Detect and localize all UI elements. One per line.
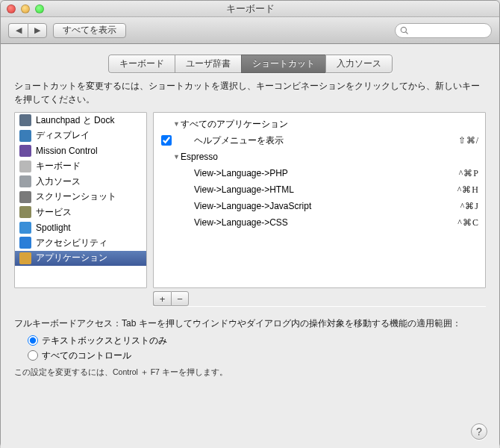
sidebar-item-label: 入力ソース: [36, 175, 81, 188]
add-remove-buttons: + −: [153, 291, 486, 306]
sidebar-item-label: アプリケーション: [36, 252, 107, 264]
full-keyboard-text: フルキーボードアクセス：Tab キーを押してウインドウやダイアログ内の操作対象を…: [14, 317, 486, 330]
shortcut-group[interactable]: ▼Espresso: [154, 149, 485, 165]
sidebar-item-label: キーボード: [36, 160, 81, 172]
add-button[interactable]: +: [153, 291, 171, 306]
instruction-text: ショートカットを変更するには、ショートカットを選択し、キーコンビネーションをクリ…: [14, 79, 486, 106]
tab-0[interactable]: キーボード: [108, 55, 175, 73]
sidebar-item-4[interactable]: 入力ソース: [15, 174, 146, 190]
tab-1[interactable]: ユーザ辞書: [175, 55, 241, 73]
group-label: Espresso: [181, 152, 479, 162]
disclosure-icon: ▼: [173, 153, 181, 161]
sidebar-item-3[interactable]: キーボード: [15, 159, 146, 175]
nav-buttons: ◀ ▶: [8, 23, 47, 38]
category-icon: [19, 130, 31, 142]
category-icon: [19, 161, 31, 172]
forward-button[interactable]: ▶: [28, 23, 47, 38]
radio-input[interactable]: [28, 350, 38, 361]
tab-strip: キーボードユーザ辞書ショートカット入力ソース: [14, 55, 486, 73]
category-icon: [19, 222, 31, 234]
sidebar-item-label: アクセシビリティ: [36, 237, 107, 249]
shortcut-keys[interactable]: ^⌘H: [457, 184, 479, 196]
category-icon: [19, 191, 31, 203]
sidebar-item-7[interactable]: Spotlight: [15, 220, 146, 236]
category-icon: [19, 114, 31, 126]
shortcut-keys[interactable]: ⇧⌘/: [458, 135, 479, 146]
tab-2[interactable]: ショートカット: [241, 55, 325, 73]
titlebar: キーボード: [1, 1, 499, 17]
tab-3[interactable]: 入力ソース: [325, 55, 393, 73]
shortcut-keys[interactable]: ^⌘J: [460, 201, 479, 212]
shortcut-label: View->Language->HTML: [173, 184, 457, 195]
category-sidebar[interactable]: Launchpad と DockディスプレイMission Controlキーボ…: [14, 112, 147, 288]
category-icon: [19, 175, 31, 187]
help-button[interactable]: ?: [471, 423, 487, 440]
category-icon: [19, 206, 31, 218]
shortcut-label: View->Language->JavaScript: [173, 201, 460, 211]
sidebar-item-label: Spotlight: [36, 223, 71, 233]
group-label: すべてのアプリケーション: [181, 118, 479, 131]
shortcut-label: View->Language->CSS: [173, 217, 457, 228]
sidebar-item-8[interactable]: アクセシビリティ: [15, 235, 146, 251]
traffic-lights: [1, 4, 44, 13]
close-icon[interactable]: [7, 4, 16, 13]
shortcut-label: View->Language->PHP: [173, 168, 459, 178]
content-area: キーボードユーザ辞書ショートカット入力ソース ショートカットを変更するには、ショ…: [1, 44, 499, 448]
search-input[interactable]: [395, 23, 492, 38]
sidebar-item-label: ディスプレイ: [36, 129, 90, 142]
category-icon: [19, 252, 31, 264]
shortcut-list[interactable]: ▼すべてのアプリケーションヘルプメニューを表示⇧⌘/▼EspressoView-…: [153, 112, 486, 288]
shortcut-row[interactable]: ヘルプメニューを表示⇧⌘/: [154, 132, 485, 149]
shortcut-checkbox[interactable]: [161, 135, 172, 146]
sidebar-item-6[interactable]: サービス: [15, 205, 146, 220]
sidebar-item-2[interactable]: Mission Control: [15, 143, 146, 159]
sidebar-item-label: サービス: [36, 206, 72, 219]
radio-option-1[interactable]: すべてのコントロール: [28, 348, 486, 363]
radio-input[interactable]: [28, 335, 38, 346]
radio-option-0[interactable]: テキストボックスとリストのみ: [28, 333, 486, 348]
window-title: キーボード: [1, 2, 499, 16]
radio-label: テキストボックスとリストのみ: [42, 335, 167, 347]
sidebar-item-label: Mission Control: [36, 146, 98, 156]
category-icon: [19, 237, 31, 249]
sidebar-item-0[interactable]: Launchpad と Dock: [15, 113, 146, 128]
toolbar: ◀ ▶ すべてを表示: [1, 17, 499, 44]
sidebar-item-label: スクリーンショット: [36, 190, 116, 203]
shortcut-row[interactable]: View->Language->HTML^⌘H: [154, 181, 485, 198]
back-button[interactable]: ◀: [8, 23, 28, 38]
shortcut-group[interactable]: ▼すべてのアプリケーション: [154, 116, 485, 132]
panes: Launchpad と DockディスプレイMission Controlキーボ…: [14, 112, 486, 288]
sidebar-item-5[interactable]: スクリーンショット: [15, 190, 146, 205]
disclosure-icon: ▼: [173, 120, 181, 128]
sidebar-item-9[interactable]: アプリケーション: [15, 251, 146, 267]
category-icon: [19, 145, 31, 157]
full-keyboard-options: テキストボックスとリストのみすべてのコントロール: [14, 333, 486, 363]
remove-button[interactable]: −: [171, 291, 189, 306]
shortcut-row[interactable]: View->Language->JavaScript^⌘J: [154, 198, 485, 214]
sidebar-item-1[interactable]: ディスプレイ: [15, 128, 146, 144]
radio-label: すべてのコントロール: [42, 349, 131, 362]
shortcut-row[interactable]: View->Language->CSS^⌘C: [154, 214, 485, 231]
shortcut-keys[interactable]: ^⌘C: [457, 217, 479, 228]
search-icon: [400, 26, 409, 35]
show-all-button[interactable]: すべてを表示: [53, 23, 126, 38]
sidebar-item-label: Launchpad と Dock: [36, 114, 114, 127]
minimize-icon[interactable]: [21, 4, 30, 13]
shortcut-row[interactable]: View->Language->PHP^⌘P: [154, 165, 485, 181]
shortcut-keys[interactable]: ^⌘P: [459, 168, 479, 179]
shortcut-label: ヘルプメニューを表示: [173, 134, 458, 147]
preferences-window: キーボード ◀ ▶ すべてを表示 キーボードユーザ辞書ショートカット入力ソース …: [0, 0, 500, 448]
zoom-icon[interactable]: [35, 4, 44, 13]
full-keyboard-hint: この設定を変更するには、Control ＋ F7 キーを押します。: [14, 367, 486, 378]
